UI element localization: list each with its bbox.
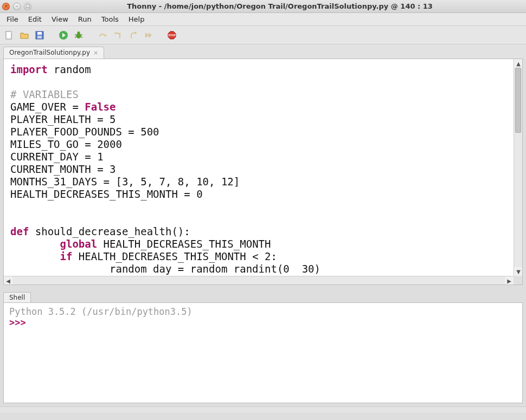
save-file-icon — [35, 30, 44, 40]
keyword-false: False — [85, 101, 116, 113]
stop-icon: STOP — [167, 30, 177, 40]
close-tab-icon[interactable]: × — [93, 49, 98, 56]
window-controls: × – ▢ — [2, 3, 31, 10]
editor-panel: import random # VARIABLES GAME_OVER = Fa… — [3, 59, 523, 285]
code-text: CURRENT_DAY = 1 — [10, 151, 104, 163]
code-text: MILES_TO_GO = 2000 — [10, 138, 122, 150]
code-text: HEALTH_DECREASES_THIS_MONTH — [97, 238, 271, 250]
toolbar: STOP — [0, 26, 526, 44]
code-text: random day = random randint(0 30) — [10, 263, 320, 275]
editor-horizontal-scrollbar[interactable]: ◀ ▶ — [4, 276, 514, 285]
window-titlebar: × – ▢ Thonny - /home/jon/python/Oregon T… — [0, 0, 526, 13]
svg-rect-3 — [37, 32, 42, 35]
step-over-button[interactable] — [97, 29, 108, 41]
debug-button[interactable] — [73, 29, 85, 41]
shell-panel[interactable]: Python 3.5.2 (/usr/bin/python3.5) >>> — [3, 302, 523, 403]
comment: # VARIABLES — [10, 88, 79, 100]
code-content[interactable]: import random # VARIABLES GAME_OVER = Fa… — [4, 59, 522, 275]
svg-marker-18 — [145, 33, 149, 38]
stop-button[interactable]: STOP — [166, 29, 178, 41]
svg-line-11 — [75, 37, 76, 37]
new-file-button[interactable] — [3, 29, 15, 41]
menubar: File Edit View Run Tools Help — [0, 13, 526, 26]
window-title: Thonny - /home/jon/python/Oregon Trail/O… — [36, 2, 524, 10]
svg-line-9 — [75, 35, 76, 35]
menu-help[interactable]: Help — [124, 14, 149, 24]
svg-marker-19 — [149, 33, 152, 38]
keyword-global: global — [60, 238, 98, 250]
svg-rect-0 — [6, 31, 11, 39]
code-text: PLAYER_FOOD_POUNDS = 500 — [10, 126, 159, 138]
menu-view[interactable]: View — [47, 14, 73, 24]
code-text: HEALTH_DECREASES_THIS_MONTH = 0 — [10, 188, 203, 200]
menu-tools[interactable]: Tools — [97, 14, 123, 24]
scrollbar-thumb[interactable] — [515, 68, 521, 133]
run-icon — [59, 30, 68, 40]
code-text: MONTHS_31_DAYS = [3, 5, 7, 8, 10, 12] — [10, 176, 240, 188]
svg-text:STOP: STOP — [168, 34, 176, 37]
open-file-button[interactable] — [18, 29, 30, 41]
editor-tabstrip: OregonTrailSolutionpy.py × — [0, 44, 526, 59]
step-out-icon — [128, 30, 138, 40]
svg-line-10 — [81, 35, 82, 35]
statusbar — [0, 406, 526, 413]
shell-tab-label: Shell — [9, 294, 25, 301]
shell-tabstrip: Shell — [3, 290, 523, 302]
scroll-left-icon[interactable]: ◀ — [4, 276, 12, 285]
shell-section: Shell Python 3.5.2 (/usr/bin/python3.5) … — [3, 290, 523, 403]
editor-vertical-scrollbar[interactable]: ▲ ▼ — [514, 59, 522, 276]
code-text: HEALTH_DECREASES_THIS_MONTH < 2: — [72, 250, 277, 262]
new-file-icon — [4, 30, 14, 40]
svg-point-8 — [78, 31, 80, 34]
menu-run[interactable]: Run — [74, 14, 96, 24]
svg-line-12 — [81, 37, 82, 37]
code-text: random — [48, 63, 91, 75]
editor-tab-label: OregonTrailSolutionpy.py — [9, 49, 90, 56]
shell-prompt: >>> — [9, 317, 26, 328]
save-file-button[interactable] — [34, 29, 46, 41]
resume-icon — [143, 30, 153, 40]
step-into-button[interactable] — [112, 29, 124, 41]
keyword-if: if — [60, 250, 73, 262]
debug-icon — [74, 30, 84, 40]
keyword-import: import — [10, 63, 48, 75]
code-text: PLAYER_HEALTH = 5 — [10, 113, 116, 125]
menu-file[interactable]: File — [2, 14, 23, 24]
scrollbar-corner — [514, 276, 522, 285]
code-indent — [10, 250, 60, 262]
open-file-icon — [20, 30, 29, 40]
scrollbar-track[interactable] — [514, 68, 522, 267]
resume-button[interactable] — [142, 29, 154, 41]
step-out-button[interactable] — [127, 29, 139, 41]
minimize-window-button[interactable]: – — [13, 3, 21, 10]
svg-rect-4 — [37, 36, 42, 38]
maximize-window-button[interactable]: ▢ — [24, 3, 31, 10]
keyword-def: def — [10, 225, 29, 237]
editor-viewport[interactable]: import random # VARIABLES GAME_OVER = Fa… — [4, 59, 522, 285]
scroll-down-icon[interactable]: ▼ — [514, 267, 522, 276]
step-into-icon — [113, 30, 123, 40]
shell-tab[interactable]: Shell — [3, 292, 31, 302]
code-text: CURRENT_MONTH = 3 — [10, 163, 116, 175]
svg-marker-14 — [118, 33, 121, 35]
step-over-icon — [98, 30, 107, 40]
shell-banner: Python 3.5.2 (/usr/bin/python3.5) — [9, 306, 517, 317]
editor-tab[interactable]: OregonTrailSolutionpy.py × — [3, 47, 104, 59]
code-text: should_decrease_health(): — [29, 225, 190, 237]
run-button[interactable] — [57, 29, 69, 41]
scroll-right-icon[interactable]: ▶ — [505, 276, 514, 285]
code-indent — [10, 238, 60, 250]
close-window-button[interactable]: × — [2, 3, 10, 10]
scroll-up-icon[interactable]: ▲ — [514, 59, 522, 68]
menu-edit[interactable]: Edit — [24, 14, 46, 24]
code-text: GAME_OVER = — [10, 101, 85, 113]
